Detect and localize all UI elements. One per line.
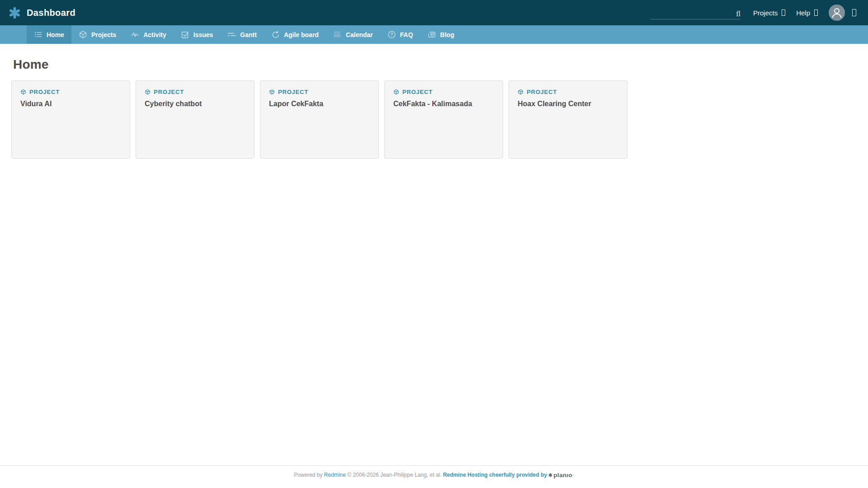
tab-agile-board[interactable]: Agile board: [264, 25, 326, 44]
user-silhouette-icon: [829, 5, 845, 21]
project-type-link[interactable]: PROJECT: [393, 89, 494, 95]
projects-menu[interactable]: Projects: [753, 9, 785, 17]
project-name-link[interactable]: Lapor CekFakta: [269, 100, 370, 108]
project-card: PROJECT Cyberity chatbot: [136, 80, 255, 159]
top-header: Dashboard fl Projects Help: [0, 0, 868, 25]
project-card: PROJECT Lapor CekFakta: [260, 80, 379, 159]
cube-icon: [518, 89, 524, 95]
project-type-link[interactable]: PROJECT: [269, 89, 370, 95]
tab-faq[interactable]: ? FAQ: [380, 25, 420, 44]
project-name-link[interactable]: Hoax Clearing Center: [518, 100, 618, 108]
project-name-link[interactable]: Cyberity chatbot: [145, 100, 245, 108]
project-type-label: PROJECT: [278, 89, 308, 95]
tab-projects[interactable]: Projects: [71, 25, 123, 44]
tab-label: Calendar: [346, 31, 373, 38]
project-type-link[interactable]: PROJECT: [518, 89, 618, 95]
search-input[interactable]: fl: [650, 6, 741, 19]
project-type-label: PROJECT: [154, 89, 184, 95]
planio-footer-logo[interactable]: planıo: [548, 472, 572, 479]
svg-text:?: ?: [390, 32, 393, 37]
help-menu-label: Help: [796, 9, 810, 17]
more-menu-icon[interactable]: [852, 9, 856, 16]
chevron-down-icon: [782, 9, 785, 16]
page-footer: Powered by Redmine © 2006-2026 Jean-Phil…: [0, 465, 868, 488]
tab-home[interactable]: Home: [27, 25, 71, 44]
tab-label: Gantt: [240, 31, 257, 38]
project-name-link[interactable]: CekFakta - Kalimasada: [393, 100, 494, 108]
tab-blog[interactable]: Blog: [420, 25, 462, 44]
page-title: Home: [13, 57, 857, 72]
help-menu[interactable]: Help: [796, 9, 818, 17]
list-icon: [34, 30, 42, 39]
pulse-icon: [131, 30, 139, 39]
chevron-down-icon: [814, 9, 818, 16]
cube-icon: [79, 30, 87, 39]
tab-activity[interactable]: Activity: [123, 25, 174, 44]
project-card: PROJECT Hoax Clearing Center: [509, 80, 627, 159]
project-type-label: PROJECT: [29, 89, 60, 95]
cube-icon: [393, 89, 399, 95]
redmine-link[interactable]: Redmine: [324, 472, 346, 478]
project-type-link[interactable]: PROJECT: [20, 89, 121, 95]
main-content: Home PROJECT Vidura AI PROJECT: [0, 44, 868, 465]
project-cards-row: PROJECT Vidura AI PROJECT Cyberity chatb…: [11, 80, 857, 159]
asterisk-logo-glyph: [9, 7, 21, 19]
project-type-label: PROJECT: [402, 89, 433, 95]
question-circle-icon: ?: [387, 30, 396, 39]
newspaper-icon: [428, 30, 436, 39]
project-card: PROJECT Vidura AI: [11, 80, 130, 159]
check-square-icon: [181, 30, 189, 39]
project-name-link[interactable]: Vidura AI: [20, 100, 121, 108]
planio-logo-icon[interactable]: [8, 6, 21, 19]
tab-label: Projects: [91, 31, 116, 38]
tab-label: Blog: [440, 31, 454, 38]
asterisk-logo-icon: [548, 473, 552, 477]
gantt-bars-icon: [227, 30, 236, 39]
powered-by-text: Powered by: [294, 472, 322, 478]
cube-icon: [20, 89, 26, 95]
calendar-dots-icon: [333, 30, 342, 39]
copyright-text: © 2006-2026 Jean-Philippe Lang, et al.: [347, 472, 441, 478]
tab-issues[interactable]: Issues: [174, 25, 221, 44]
project-type-label: PROJECT: [527, 89, 557, 95]
sprint-cycle-icon: [271, 30, 280, 39]
project-card: PROJECT CekFakta - Kalimasada: [384, 80, 503, 159]
tab-calendar[interactable]: Calendar: [326, 25, 380, 44]
redmine-hosting-link[interactable]: Redmine Hosting cheerfully provided by: [443, 472, 547, 478]
tab-label: Activity: [143, 31, 166, 38]
tab-label: Issues: [193, 31, 213, 38]
cube-icon: [145, 89, 151, 95]
project-type-link[interactable]: PROJECT: [145, 89, 245, 95]
footer-trailing-dot: ·: [572, 472, 574, 478]
avatar[interactable]: [829, 5, 845, 21]
tab-label: FAQ: [400, 31, 413, 38]
tab-label: Home: [47, 31, 64, 38]
page-header-title: Dashboard: [27, 8, 75, 18]
projects-menu-label: Projects: [753, 9, 778, 17]
tab-label: Agile board: [284, 31, 319, 38]
main-navigation: Home Projects Activity Issue: [0, 25, 868, 44]
tab-gantt[interactable]: Gantt: [220, 25, 264, 44]
search-icon: fl: [736, 10, 741, 18]
cube-icon: [269, 89, 275, 95]
planio-wordmark: planıo: [553, 472, 572, 479]
